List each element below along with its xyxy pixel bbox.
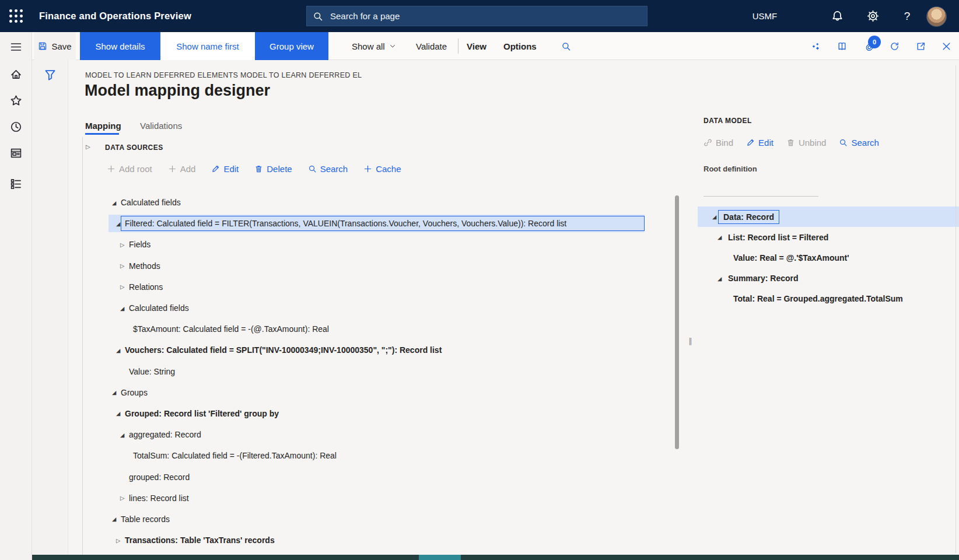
view-menu[interactable]: View	[467, 32, 487, 60]
data-model-action-bar: BindEditUnbindSearch	[704, 138, 879, 148]
tree-row-label: Grouped: Record list 'Filtered' group by	[125, 409, 279, 418]
cache-action[interactable]: Cache	[363, 164, 401, 174]
tree-row[interactable]: ◢Calculated fields	[82, 192, 673, 213]
horizontal-scrollbar-track[interactable]	[32, 555, 959, 560]
global-search-input[interactable]	[329, 10, 641, 22]
collapsed-triangle-icon[interactable]: ▷	[120, 495, 129, 501]
tree-row[interactable]: Total: Real = Grouped.aggregated.TotalSu…	[698, 289, 959, 309]
global-search-box[interactable]	[306, 6, 648, 26]
tree-row[interactable]: ◢Vouchers: Calculated field = SPLIT("INV…	[82, 340, 673, 360]
help-icon[interactable]: ?	[898, 0, 916, 32]
notifications-bell-icon[interactable]	[828, 0, 846, 32]
tree-row-label: Table records	[121, 514, 170, 524]
group-view-label: Group view	[270, 41, 314, 51]
data-sources-action-bar: Add rootAddEditDeleteSearchCache	[107, 164, 401, 174]
save-button[interactable]: Save	[34, 32, 76, 60]
expanded-triangle-icon[interactable]: ◢	[116, 410, 125, 416]
search-action[interactable]: Search	[308, 164, 348, 174]
tree-vertical-scrollbar[interactable]	[675, 195, 679, 449]
data-sources-tree: ◢Calculated fields◢Filtered: Calculated …	[82, 192, 673, 551]
office-apps-icon[interactable]	[834, 32, 850, 60]
user-avatar[interactable]	[926, 6, 947, 27]
validate-button[interactable]: Validate	[416, 32, 447, 60]
collapsed-triangle-icon[interactable]: ▷	[120, 262, 129, 269]
search-action[interactable]: Search	[839, 138, 879, 148]
edit-action[interactable]: Edit	[211, 164, 239, 174]
tree-row[interactable]: ◢List: Record list = Filtered	[698, 227, 959, 247]
tree-row[interactable]: $TaxAmount: Calculated field = -(@.TaxAm…	[82, 318, 673, 340]
group-view-button[interactable]: Group view	[255, 32, 328, 60]
data-model-tree: ◢Data: Record◢List: Record list = Filter…	[698, 206, 959, 309]
show-details-button[interactable]: Show details	[80, 32, 160, 60]
tree-row[interactable]: Value: Real = @.'$TaxAmount'	[698, 247, 959, 268]
waffle-icon[interactable]	[8, 8, 24, 24]
expanded-triangle-icon[interactable]: ◢	[116, 347, 125, 354]
tab-validations[interactable]: Validations	[140, 121, 182, 131]
expanded-triangle-icon[interactable]: ◢	[718, 234, 728, 240]
tree-row[interactable]: ◢Grouped: Record list 'Filtered' group b…	[82, 403, 673, 424]
expanded-triangle-icon[interactable]: ◢	[120, 432, 129, 438]
menu-hamburger-icon[interactable]	[0, 37, 32, 57]
tree-row[interactable]: ▷Methods	[82, 256, 673, 276]
tree-row[interactable]: ▷lines: Record list	[82, 488, 673, 509]
add-root-action: Add root	[107, 164, 152, 174]
close-icon[interactable]	[938, 32, 954, 60]
action-label: Delete	[267, 164, 292, 174]
forms-window-icon[interactable]	[0, 143, 32, 163]
show-name-first-button[interactable]: Show name first	[160, 32, 255, 60]
filter-funnel-icon[interactable]	[44, 68, 57, 81]
tree-row-label: aggregated: Record	[129, 430, 201, 439]
horizontal-scrollbar-thumb[interactable]	[419, 555, 461, 560]
collapsed-triangle-icon[interactable]: ▷	[120, 242, 129, 248]
expanded-triangle-icon[interactable]: ◢	[112, 389, 121, 396]
save-label: Save	[51, 41, 71, 51]
tree-row-label: Relations	[129, 282, 163, 292]
expanded-triangle-icon[interactable]: ◢	[112, 516, 121, 522]
collapsed-triangle-icon[interactable]: ▷	[116, 537, 125, 544]
tree-row-label: Summary: Record	[728, 274, 799, 283]
tree-row[interactable]: ◢Groups	[82, 382, 673, 403]
recent-clock-icon[interactable]	[0, 117, 32, 136]
home-icon[interactable]	[0, 64, 32, 84]
tree-row[interactable]: ▷Fields	[82, 234, 673, 255]
tree-row[interactable]: ◢Table records	[82, 509, 673, 530]
active-tab-underline	[85, 133, 119, 135]
collapsed-triangle-icon[interactable]: ▷	[120, 284, 129, 290]
tree-row[interactable]: ◢Calculated fields	[82, 298, 673, 318]
designer-diamonds-icon[interactable]	[807, 32, 824, 60]
data-model-header: DATA MODEL	[704, 117, 752, 125]
expanded-triangle-icon[interactable]: ◢	[112, 200, 121, 206]
tree-row-label: Calculated fields	[129, 303, 189, 313]
refresh-icon[interactable]	[886, 32, 902, 60]
company-picker[interactable]: USMF	[750, 0, 780, 32]
tree-row[interactable]: grouped: Record	[82, 466, 673, 487]
expanded-triangle-icon[interactable]: ◢	[120, 305, 129, 312]
favorites-star-icon[interactable]	[0, 90, 32, 110]
tree-row[interactable]: TotalSum: Calculated field = -(Filtered.…	[82, 445, 673, 466]
settings-gear-icon[interactable]	[864, 0, 881, 32]
options-menu[interactable]: Options	[503, 32, 537, 60]
tree-row[interactable]: ▷Transactions: Table 'TaxTrans' records	[82, 530, 673, 551]
tree-row[interactable]: ▷Relations	[82, 276, 673, 298]
bind-action: Bind	[704, 138, 733, 148]
search-icon	[839, 138, 848, 147]
tab-mapping[interactable]: Mapping	[85, 121, 121, 131]
action-label: Search	[320, 164, 348, 174]
toolbar-search-icon[interactable]	[557, 32, 575, 60]
tree-row[interactable]: Value: String	[82, 361, 673, 382]
section-collapse-icon[interactable]: ▷	[86, 144, 90, 150]
workspaces-list-icon[interactable]	[0, 174, 32, 194]
tree-row[interactable]: ◢Filtered: Calculated field = FILTER(Tra…	[82, 213, 673, 234]
panel-splitter-handle[interactable]: ∥	[688, 337, 692, 345]
open-in-new-window-icon[interactable]	[912, 32, 929, 60]
tree-row[interactable]: ◢aggregated: Record	[82, 424, 673, 445]
search-icon	[313, 11, 323, 22]
show-details-label: Show details	[95, 41, 145, 51]
expanded-triangle-icon[interactable]: ◢	[718, 275, 728, 282]
action-label: Cache	[376, 164, 401, 174]
edit-action[interactable]: Edit	[746, 138, 774, 148]
show-all-dropdown[interactable]: Show all	[352, 32, 396, 60]
tree-row[interactable]: ◢Summary: Record	[698, 268, 959, 289]
delete-action[interactable]: Delete	[254, 164, 292, 174]
tree-row[interactable]: ◢Data: Record	[698, 206, 959, 227]
